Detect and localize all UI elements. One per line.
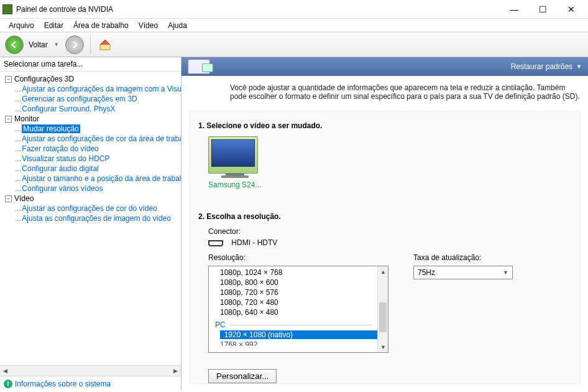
resolution-label: Resolução: xyxy=(208,253,388,262)
tree-item-manage-3d[interactable]: ....Gerenciar as configurações em 3D xyxy=(0,94,181,104)
collapse-icon[interactable]: − xyxy=(5,116,12,123)
resolution-option[interactable]: 1080p, 720 × 480 xyxy=(209,297,377,307)
menu-file[interactable]: Arquivo xyxy=(4,20,39,31)
home-icon xyxy=(98,38,112,52)
task-sidebar: Selecionar uma tarefa... −Configurações … xyxy=(0,57,181,391)
toolbar-divider xyxy=(90,35,91,54)
menu-video[interactable]: Vídeo xyxy=(134,20,163,31)
navigation-toolbar: Voltar ▼ xyxy=(0,32,588,57)
tree-item-image-settings[interactable]: ....Ajustar as configurações da imagem c… xyxy=(0,84,181,94)
resolution-scrollbar[interactable]: ▲ ▼ xyxy=(377,266,388,352)
banner-monitor-icon xyxy=(188,59,210,74)
forward-button[interactable] xyxy=(65,35,84,54)
refresh-rate-select[interactable]: 75Hz ▼ xyxy=(413,266,513,279)
monitor-icon xyxy=(208,136,258,174)
resolution-option[interactable]: 1080p, 800 × 600 xyxy=(209,278,377,287)
tree-item-desktop-color[interactable]: ....Ajustar as configurações de cor da á… xyxy=(0,134,181,144)
back-button[interactable] xyxy=(5,35,24,54)
tree-item-video-image[interactable]: ....Ajusta as configurações de imagem do… xyxy=(0,213,181,223)
tree-category-3d[interactable]: −Configurações 3D xyxy=(0,74,181,84)
resolution-option[interactable]: 1768 × 992 xyxy=(209,340,377,346)
refresh-rate-label: Taxa de atualização: xyxy=(413,253,513,262)
resolution-option-selected[interactable]: 1920 × 1080 (nativo) xyxy=(209,330,377,340)
tree-category-monitor[interactable]: −Monitor xyxy=(0,114,181,124)
arrow-right-icon xyxy=(70,40,80,50)
restore-defaults-link[interactable]: Restaurar padrões xyxy=(511,62,572,71)
tree-item-rotate-display[interactable]: ....Fazer rotação do vídeo xyxy=(0,144,181,154)
system-info-link[interactable]: i Informações sobre o sistema xyxy=(0,376,181,391)
window-title: Painel de controle da NVIDIA xyxy=(16,5,500,14)
step1-heading: 1. Selecione o vídeo a ser mudado. xyxy=(198,121,580,130)
app-icon xyxy=(2,4,12,14)
hdmi-port-icon xyxy=(208,240,223,246)
menu-desktop[interactable]: Área de trabalho xyxy=(68,20,134,31)
refresh-rate-value: 75Hz xyxy=(418,268,435,277)
monitor-thumbnail[interactable]: Samsung S24... xyxy=(208,136,261,189)
chevron-down-icon: ▼ xyxy=(503,269,508,276)
tree-item-change-resolution[interactable]: ....Mudar resolução xyxy=(0,124,181,134)
menu-help[interactable]: Ajuda xyxy=(163,20,192,31)
resolution-listbox[interactable]: 1080p, 1024 × 768 1080p, 800 × 600 1080p… xyxy=(208,266,388,353)
scroll-down-icon[interactable]: ▼ xyxy=(378,342,388,352)
title-bar: Painel de controle da NVIDIA — ☐ ✕ xyxy=(0,0,588,19)
step2-heading: 2. Escolha a resolução. xyxy=(198,212,580,221)
tree-item-digital-audio[interactable]: ....Configurar áudio digital xyxy=(0,164,181,174)
connector-value: HDMI - HDTV xyxy=(231,238,277,247)
sidebar-h-scrollbar[interactable]: ◀ ▶ xyxy=(0,365,181,376)
page-banner: Restaurar padrões ▼ xyxy=(181,57,588,76)
scroll-thumb[interactable] xyxy=(379,302,387,332)
back-history-dropdown[interactable]: ▼ xyxy=(54,42,59,47)
resolution-option[interactable]: 1080p, 640 × 480 xyxy=(209,307,377,317)
chevron-down-icon[interactable]: ▼ xyxy=(576,63,582,70)
tree-category-video[interactable]: −Vídeo xyxy=(0,194,181,203)
scroll-up-icon[interactable]: ▲ xyxy=(378,266,388,277)
maximize-button[interactable]: ☐ xyxy=(528,0,557,19)
info-icon: i xyxy=(4,380,12,388)
tree-item-video-color[interactable]: ....Ajustar as configurações de cor do v… xyxy=(0,203,181,213)
home-button[interactable] xyxy=(97,37,113,53)
intro-text: Você pode ajustar a quantidade de inform… xyxy=(230,83,581,101)
customize-button[interactable]: Personalizar... xyxy=(208,369,277,383)
monitor-label: Samsung S24... xyxy=(208,180,261,189)
resolution-option[interactable]: 1080p, 1024 × 768 xyxy=(209,268,377,278)
scroll-left-icon[interactable]: ◀ xyxy=(0,366,11,376)
menu-bar: Arquivo Editar Área de trabalho Vídeo Aj… xyxy=(0,19,588,32)
collapse-icon[interactable]: − xyxy=(5,195,12,202)
back-label: Voltar xyxy=(29,40,48,49)
menu-edit[interactable]: Editar xyxy=(39,20,68,31)
tree-item-surround-physx[interactable]: ....Configurar Surround, PhysX xyxy=(0,104,181,114)
resolution-option[interactable]: 1080p, 720 × 576 xyxy=(209,287,377,297)
collapse-icon[interactable]: − xyxy=(5,76,12,83)
tree-item-multiple-displays[interactable]: ....Configurar vários vídeos xyxy=(0,184,181,194)
content-area: Você pode ajustar a quantidade de inform… xyxy=(181,76,588,391)
close-button[interactable]: ✕ xyxy=(557,0,586,19)
main-panel: Restaurar padrões ▼ Você pode ajustar a … xyxy=(181,57,588,391)
connector-label: Conector: xyxy=(208,227,580,236)
resolution-column: Resolução: 1080p, 1024 × 768 1080p, 800 … xyxy=(208,253,388,353)
resolution-group-pc: PC xyxy=(209,320,377,330)
tree-item-desktop-size-pos[interactable]: ....Ajustar o tamanho e a posição da áre… xyxy=(0,174,181,184)
sidebar-header: Selecionar uma tarefa... xyxy=(0,57,181,72)
tree-item-hdcp-status[interactable]: ....Visualizar status do HDCP xyxy=(0,154,181,164)
arrow-left-icon xyxy=(9,40,19,50)
settings-group: 1. Selecione o vídeo a ser mudado. Samsu… xyxy=(189,111,581,384)
scroll-right-icon[interactable]: ▶ xyxy=(170,366,181,376)
minimize-button[interactable]: — xyxy=(500,0,528,19)
task-tree[interactable]: −Configurações 3D ....Ajustar as configu… xyxy=(0,72,181,365)
refresh-rate-column: Taxa de atualização: 75Hz ▼ xyxy=(413,253,513,353)
